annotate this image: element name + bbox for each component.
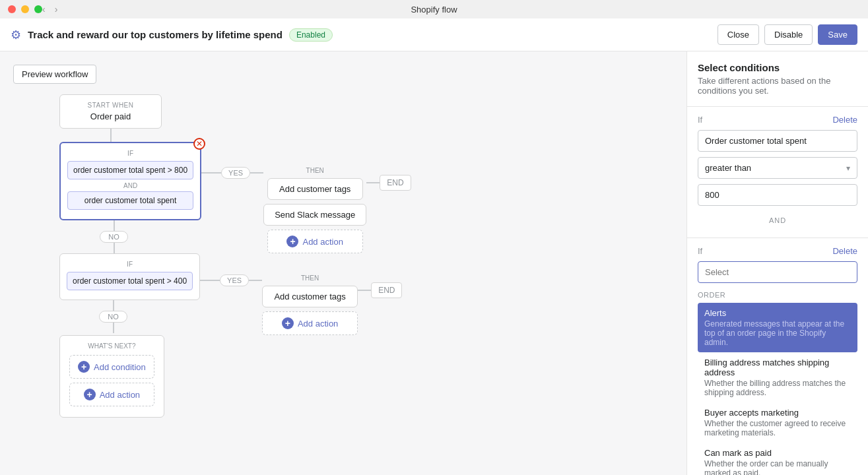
nav-back-button[interactable]: ‹ — [40, 4, 48, 15]
conditions-panel: Select conditions Take different actions… — [686, 51, 868, 475]
then-label-1: THEN — [306, 167, 324, 174]
add-action-label-2: Add action — [298, 319, 338, 329]
window-title: Shopify flow — [411, 5, 457, 15]
if-label-2: If — [698, 246, 702, 256]
then-label-2: THEN — [301, 274, 319, 282]
panel-condition-1: If Delete Order customer total spent gre… — [687, 107, 868, 238]
end-box-2: END — [371, 282, 402, 298]
and-divider: AND — [698, 216, 857, 224]
panel-title: Select conditions — [698, 62, 857, 73]
remove-condition-button[interactable]: ✕ — [193, 138, 205, 150]
dropdown-item-mark-paid[interactable]: Can mark as paid Whether the order can b… — [698, 443, 857, 475]
add-condition-button[interactable]: + Add condition — [69, 355, 154, 379]
disable-button[interactable]: Disable — [764, 24, 813, 45]
action-1a: Add customer tags — [267, 178, 363, 200]
plus-icon-1: + — [286, 236, 298, 247]
dropdown-item-title-alerts: Alerts — [704, 308, 851, 318]
plus-icon-condition: + — [78, 361, 90, 373]
dropdown-item-alerts[interactable]: Alerts Generated messages that appear at… — [698, 303, 857, 352]
operator-value: greater than — [705, 163, 751, 173]
plus-icon-action3: + — [84, 389, 96, 400]
if-header-2: IF — [67, 261, 193, 268]
dropdown-item-desc-mark-paid: Whether the order can be manually marked… — [704, 459, 851, 475]
panel-header: Select conditions Take different actions… — [687, 51, 868, 107]
panel-subtitle: Take different actions based on the cond… — [698, 76, 857, 96]
preview-workflow-button[interactable]: Preview workflow — [13, 65, 96, 84]
panel-condition-2: If Delete ORDER Alerts Generated message… — [687, 238, 868, 475]
if-node-1[interactable]: IF order customer total spent > 800 AND … — [59, 142, 201, 220]
condition-2: order customer total spent > 400 — [67, 272, 193, 290]
add-condition-label: Add condition — [94, 362, 146, 372]
plus-icon-2: + — [282, 317, 294, 329]
whats-next-label: WHAT'S NEXT? — [69, 342, 154, 350]
no-badge-1: NO — [100, 231, 128, 243]
whats-next-section: WHAT'S NEXT? + Add condition + Add actio… — [59, 335, 164, 418]
condition-1a: order customer total spent > 800 — [67, 161, 193, 179]
whats-next-box: WHAT'S NEXT? + Add condition + Add actio… — [59, 335, 164, 418]
dropdown-item-desc-alerts: Generated messages that appear at the to… — [704, 319, 851, 347]
workflow-icon: ⚙ — [11, 28, 21, 42]
end-box-1: END — [380, 175, 411, 191]
if-header-1: IF — [67, 150, 193, 157]
dropdown-item-desc-billing: Whether the billing address matches the … — [704, 379, 851, 397]
and-label-1: AND — [67, 182, 193, 189]
dropdown-item-desc-marketing: Whether the customer agreed to receive m… — [704, 419, 851, 437]
start-when-label: START WHEN — [69, 102, 152, 109]
if-label-1: If — [698, 115, 702, 125]
workflow-title: Track and reward our top customers by li… — [28, 29, 283, 40]
flow-diagram: START WHEN Order paid IF order customer … — [13, 94, 673, 418]
dropdown-item-title-billing: Billing address matches shipping address — [704, 358, 851, 377]
main-content: Preview workflow START WHEN Order paid I… — [0, 51, 868, 475]
connector-1 — [110, 129, 112, 142]
start-when-value: Order paid — [69, 111, 152, 121]
nav-forward-button[interactable]: › — [52, 4, 61, 15]
chevron-down-icon: ▾ — [846, 164, 850, 173]
add-action-label-1: Add action — [302, 237, 343, 247]
condition-search-input[interactable] — [698, 261, 857, 283]
no-badge-2: NO — [99, 311, 127, 323]
action-1b: Send Slack message — [263, 204, 366, 226]
save-button[interactable]: Save — [818, 24, 857, 45]
window-close-button[interactable] — [8, 5, 16, 13]
dropdown-item-marketing[interactable]: Buyer accepts marketing Whether the cust… — [698, 402, 857, 443]
yes-badge-2: YES — [220, 274, 249, 286]
workflow-canvas: Preview workflow START WHEN Order paid I… — [0, 51, 686, 475]
action-2a: Add customer tags — [262, 286, 358, 307]
dropdown-item-title-mark-paid: Can mark as paid — [704, 448, 851, 458]
condition-value-input[interactable] — [698, 184, 857, 206]
dropdown-list: Alerts Generated messages that appear at… — [698, 303, 857, 475]
close-button[interactable]: Close — [718, 24, 759, 45]
operator-select[interactable]: greater than ▾ — [698, 157, 857, 179]
dropdown-item-billing[interactable]: Billing address matches shipping address… — [698, 352, 857, 402]
if-node-2[interactable]: IF order customer total spent > 400 — [59, 253, 200, 300]
dropdown-item-title-marketing: Buyer accepts marketing — [704, 408, 851, 418]
condition-field-value: Order customer total spent — [705, 136, 807, 146]
add-action-button-3[interactable]: + Add action — [69, 383, 154, 406]
app-header: ⚙ Track and reward our top customers by … — [0, 18, 868, 51]
order-group-label: ORDER — [698, 288, 857, 303]
condition-field-select[interactable]: Order customer total spent — [698, 130, 857, 152]
status-badge: Enabled — [289, 28, 333, 42]
start-when-node: START WHEN Order paid — [59, 94, 162, 129]
add-action-button-2[interactable]: + Add action — [262, 311, 358, 335]
delete-condition-1-button[interactable]: Delete — [832, 115, 857, 125]
delete-condition-2-button[interactable]: Delete — [832, 246, 857, 256]
yes-badge-1: YES — [221, 167, 250, 179]
window-minimize-button[interactable] — [21, 5, 29, 13]
condition-1b: order customer total spent — [67, 191, 193, 210]
add-action-label-3: Add action — [100, 390, 140, 400]
add-action-button-1[interactable]: + Add action — [267, 230, 363, 253]
titlebar: ‹ › Shopify flow — [0, 0, 868, 18]
